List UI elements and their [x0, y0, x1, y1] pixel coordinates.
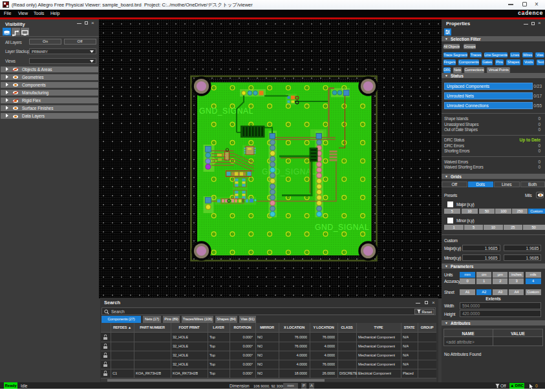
svg-text:GND_SIGNAL: GND_SIGNAL — [199, 107, 253, 116]
svg-text:GND_SIGNAL: GND_SIGNAL — [315, 223, 369, 232]
